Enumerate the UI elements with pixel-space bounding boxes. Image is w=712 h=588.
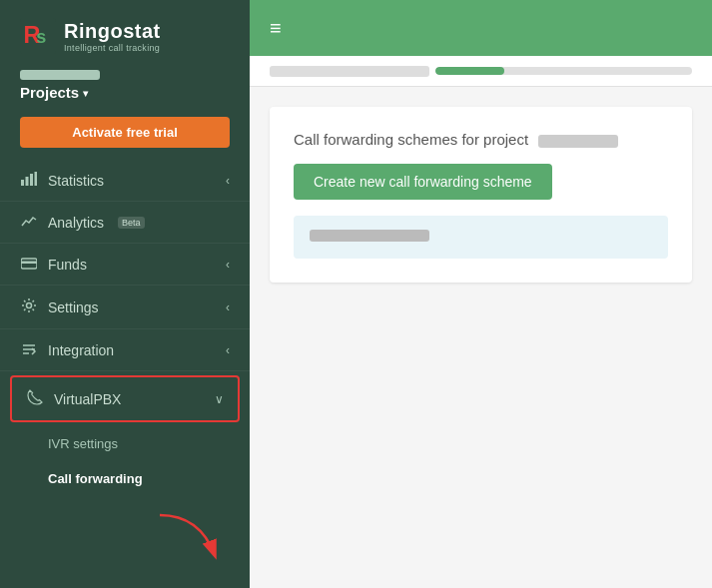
usage-progress-bar (435, 67, 504, 75)
sidebar-item-settings[interactable]: Settings ‹ (0, 286, 250, 329)
user-name-bar (20, 70, 100, 80)
user-section: Projects ▾ (0, 64, 250, 105)
sidebar-item-statistics[interactable]: Statistics ‹ (0, 160, 250, 202)
hamburger-icon[interactable]: ≡ (270, 17, 282, 40)
funds-label: Funds (48, 257, 87, 273)
virtual-pbx-section: VirtualPBX ∨ (10, 375, 240, 422)
projects-dropdown[interactable]: Projects ▾ (20, 84, 230, 101)
usage-progress-wrapper (435, 67, 692, 75)
integration-icon (20, 341, 38, 358)
svg-rect-8 (21, 262, 37, 265)
virtualpbx-chevron-icon: ∨ (215, 392, 224, 406)
logo-tagline: Intelligent call tracking (64, 43, 161, 53)
analytics-icon (20, 214, 38, 231)
statistics-chevron-icon: ‹ (226, 174, 230, 188)
analytics-label: Analytics (48, 215, 104, 231)
settings-chevron-icon: ‹ (226, 300, 230, 314)
usage-bar-section (250, 56, 712, 87)
main-content: ≡ Call forwarding schemes for project Cr… (250, 0, 712, 588)
no-results-text-bar (310, 230, 429, 242)
integration-chevron-icon: ‹ (226, 343, 230, 357)
content-area: Call forwarding schemes for project Crea… (250, 87, 712, 588)
funds-chevron-icon: ‹ (226, 258, 230, 272)
card-title: Call forwarding schemes for project (294, 131, 668, 148)
no-results-banner (294, 216, 668, 259)
svg-point-9 (27, 303, 32, 308)
funds-icon (20, 256, 38, 273)
sidebar-item-integration[interactable]: Integration ‹ (0, 329, 250, 371)
statistics-icon (20, 172, 38, 189)
settings-label: Settings (48, 299, 99, 315)
call-forwarding-card: Call forwarding schemes for project Crea… (270, 107, 692, 283)
settings-icon (20, 297, 38, 316)
topbar: ≡ (250, 0, 712, 56)
svg-rect-5 (30, 174, 33, 186)
card-title-prefix: Call forwarding schemes for project (294, 131, 528, 148)
integration-label: Integration (48, 342, 114, 358)
svg-rect-6 (35, 172, 38, 186)
projects-label: Projects (20, 84, 79, 101)
create-call-forwarding-button[interactable]: Create new call forwarding scheme (294, 164, 552, 200)
sidebar-item-analytics[interactable]: Analytics Beta (0, 202, 250, 244)
ivr-label: IVR settings (48, 436, 118, 451)
logo-section: R s Ringostat Intelligent call tracking (0, 0, 250, 64)
sidebar: R s Ringostat Intelligent call tracking … (0, 0, 250, 588)
call-forwarding-label: Call forwarding (48, 471, 143, 486)
virtualpbx-label: VirtualPBX (54, 391, 121, 407)
projects-arrow-icon: ▾ (83, 88, 88, 99)
svg-text:s: s (36, 27, 46, 47)
sidebar-item-virtualpbx[interactable]: VirtualPBX ∨ (12, 377, 238, 420)
virtualpbx-icon (26, 389, 44, 408)
beta-badge: Beta (118, 217, 145, 229)
sidebar-item-funds[interactable]: Funds ‹ (0, 244, 250, 286)
svg-rect-4 (26, 177, 29, 186)
statistics-label: Statistics (48, 173, 104, 189)
project-name-bar (538, 135, 618, 148)
usage-text (270, 64, 429, 78)
logo-icon: R s (20, 18, 56, 54)
svg-rect-3 (21, 180, 24, 186)
activate-free-trial-button[interactable]: Activate free trial (20, 117, 230, 148)
logo-text: Ringostat Intelligent call tracking (64, 20, 161, 53)
sidebar-item-call-forwarding[interactable]: Call forwarding (0, 461, 250, 496)
sidebar-item-ivr[interactable]: IVR settings (0, 426, 250, 461)
logo-name: Ringostat (64, 20, 161, 43)
